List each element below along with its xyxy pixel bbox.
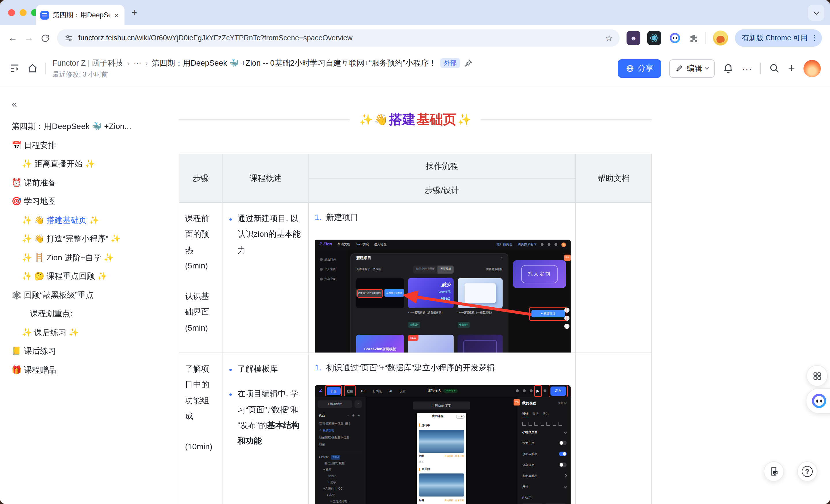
react-devtools-icon[interactable]: [647, 31, 661, 45]
new-badge: NEW: [408, 335, 418, 341]
sidebar-item[interactable]: 第四期：用DeepSeek 🐳 +Zion...: [0, 117, 173, 136]
template-caption: Coze变现模板（多智能体版）: [408, 310, 453, 315]
extensions-puzzle-icon[interactable]: [689, 33, 699, 43]
zion-sidebar-item: 个人空间: [320, 264, 348, 274]
ai-extension-icon[interactable]: [668, 31, 682, 45]
sidebar-item[interactable]: ⏰ 课前准备: [0, 173, 173, 192]
user-avatar[interactable]: [803, 60, 821, 77]
app-launcher-button[interactable]: [806, 365, 828, 387]
sidebar-item-label: 🎁 课程赠品: [11, 365, 56, 374]
flow-step-text: 新建项目: [326, 211, 358, 225]
inspector-tab: 数据: [532, 411, 538, 418]
cell-step: 课程前面的预热 (5min) 认识基础界面 (5min): [179, 203, 223, 353]
new-project-modal: 新建项目 × 为你准备了一些模板 微信小程序模板 网页模板 需要更多: [350, 254, 508, 353]
sidebar-item[interactable]: ✨ 距离直播开始 ✨: [0, 155, 173, 173]
step-duration: (5min): [185, 258, 217, 274]
collapse-sidebar-icon[interactable]: «: [11, 99, 173, 109]
breadcrumb-chevron: ›: [127, 59, 130, 67]
globe-icon: [626, 64, 634, 72]
col-header-step: 步骤: [179, 155, 223, 203]
sidebar-item-label: ✨ 👋 搭建基础页 ✨: [22, 215, 99, 224]
window-minimize-button[interactable]: [20, 9, 27, 16]
template-card: NEW 故事生成插图: [408, 335, 453, 354]
tab-search-button[interactable]: [808, 5, 824, 21]
chrome-update-label: 有新版 Chrome 可用: [742, 33, 807, 43]
sidebar-item[interactable]: ✨ 🪜 Zion 进阶+自学 ✨: [0, 248, 173, 267]
toolbar-icon: [541, 243, 544, 246]
address-bar[interactable]: functorz.feishu.cn/wiki/Or60wYjD0ieFgJkY…: [57, 29, 619, 47]
layer-item: ▾ A 进行中_CC: [318, 486, 362, 492]
sidebar-item[interactable]: 🕸️ 回顾“敲黑板级”重点: [0, 285, 173, 304]
course-table: 步骤 课程概述 操作流程 步骤/设计 帮助文档 课程前面的预热 (5min) 认…: [179, 154, 652, 504]
breadcrumb-space[interactable]: Functor Z | 函子科技: [53, 58, 123, 68]
sidebar-item[interactable]: ✨ 🤔 课程重点回顾 ✨: [0, 267, 173, 285]
sidebar-item[interactable]: 🎁 课程赠品: [0, 360, 173, 379]
add-component-button: + 添加组件: [318, 400, 352, 408]
browser-tab[interactable]: 第四期：用DeepSeek 🐳 +Zion ×: [36, 5, 125, 25]
forward-button[interactable]: →: [24, 33, 33, 43]
sidebar-toggle-icon[interactable]: [9, 63, 20, 74]
share-button[interactable]: 分享: [618, 59, 662, 77]
breadcrumb-ellipsis[interactable]: ···: [134, 59, 141, 67]
translate-fab: 中A: [564, 255, 571, 261]
phone-page-title: 我的课程: [419, 414, 456, 419]
pin-icon[interactable]: [464, 59, 473, 67]
cell-step: 了解项目中的功能组成 (10min): [179, 353, 223, 504]
page-item: 我的: [318, 441, 362, 448]
chrome-update-chip[interactable]: 有新版 Chrome 可用 ⋮: [735, 29, 822, 47]
doc-feedback-button[interactable]: [764, 461, 784, 481]
sidebar-item-label: ✨ 距离直播开始 ✨: [22, 159, 95, 168]
layer-item: ▾ 非空: [318, 492, 362, 499]
screenshot-zion-editor: Z 页面数据API行为流AI设置 课程报名小程序 ▾ ▶ 发布: [315, 385, 571, 504]
sidebar-item[interactable]: ✨ 👋 搭建基础页 ✨: [0, 210, 173, 229]
course-cover-image: [419, 429, 464, 452]
back-button[interactable]: ←: [8, 33, 17, 43]
col-header-flow: 操作流程: [309, 155, 576, 178]
sidebar-item-label: ⏰ 课前准备: [11, 178, 56, 187]
sidebar-item[interactable]: 📅 日程安排: [0, 136, 173, 155]
list-number: 1.: [315, 361, 321, 375]
editor-menu-item: 设置: [398, 387, 407, 395]
home-icon[interactable]: [27, 63, 38, 74]
chrome-menu-icon[interactable]: ⋮: [811, 35, 819, 41]
new-tab-button[interactable]: +: [131, 7, 137, 19]
window-close-button[interactable]: [8, 9, 15, 16]
phone-preview: ‹ 我的课程 ⋯ ◉ 进行中 标题开始日期 - 结束日期 描述 未开始: [417, 413, 466, 504]
layer-item: ▾ Phone主断点: [318, 454, 362, 461]
sidebar-item[interactable]: ✨ 👋 打造“完整小程序” ✨: [0, 229, 173, 248]
toolbar-icon: [530, 390, 532, 393]
search-icon[interactable]: [769, 63, 780, 74]
sidebar-item[interactable]: ✨ 课后练习 ✨: [0, 323, 173, 342]
modal-close-icon: ×: [500, 255, 503, 262]
sidebar-item[interactable]: 📒 课后练习: [0, 342, 173, 360]
more-actions-icon[interactable]: ···: [742, 63, 753, 73]
zion-nav-item: 进入社区: [374, 242, 386, 248]
template-badge: 高级版+: [408, 322, 420, 328]
divider-line: [179, 119, 350, 120]
extension-assistant-icon[interactable]: ☻: [627, 31, 640, 45]
sidebar-item-label: 📅 日程安排: [11, 140, 56, 149]
tab-close-icon[interactable]: ×: [113, 11, 120, 19]
reload-icon[interactable]: [40, 33, 50, 43]
edit-button[interactable]: 编辑: [669, 59, 715, 77]
site-settings-icon[interactable]: [64, 33, 74, 43]
ai-assistant-button[interactable]: [806, 388, 830, 413]
template-card: AI 知识库模版: [457, 335, 503, 354]
col-header-overview: 课程概述: [223, 155, 309, 203]
chrome-profile-avatar[interactable]: [713, 31, 728, 45]
breadcrumb-doc-title[interactable]: 第四期：用DeepSeek 🐳 +Zion -- 0基础2小时学习自建互联网+“…: [152, 58, 437, 68]
zion-nav-link: 购买技术咨询: [518, 242, 537, 248]
chevron-down-icon: [813, 9, 819, 15]
sidebar-item[interactable]: 🎯 学习地图: [0, 192, 173, 210]
create-new-icon[interactable]: +: [788, 62, 795, 75]
help-button[interactable]: ?: [797, 461, 817, 481]
notification-bell-icon[interactable]: [723, 63, 734, 74]
share-label: 分享: [638, 63, 653, 73]
bookmark-star-icon[interactable]: ☆: [606, 33, 613, 43]
zion-logo: Z Zion: [319, 240, 332, 249]
red-annotation-box: [529, 307, 567, 321]
page-item: 我的课程-课程基本信息: [318, 434, 362, 441]
zion-logo: Z: [319, 387, 322, 395]
grid-icon: [812, 371, 822, 381]
sidebar-item[interactable]: 课程划重点:: [0, 304, 173, 323]
